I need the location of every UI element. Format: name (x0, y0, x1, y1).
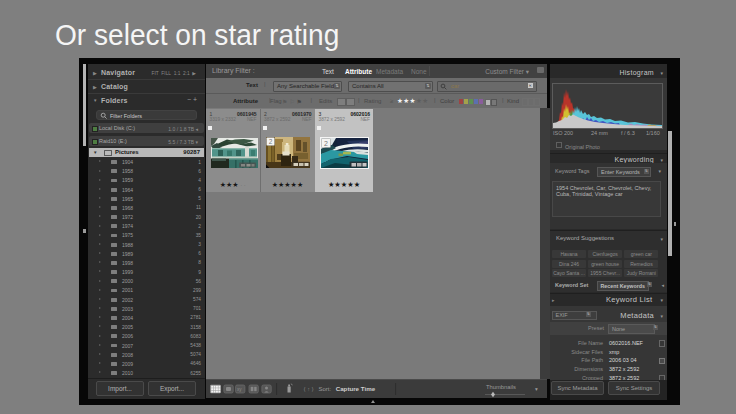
svg-text:2: 2 (268, 138, 272, 145)
svg-text:Sort:: Sort: (319, 386, 332, 392)
svg-text:xy: xy (237, 387, 242, 392)
svg-text:2: 2 (324, 139, 328, 146)
svg-text:⟨ ↑ ⟩: ⟨ ↑ ⟩ (304, 386, 314, 392)
svg-text:Thumbnails: Thumbnails (486, 384, 516, 390)
svg-text:▾: ▾ (535, 386, 538, 392)
svg-text:Capture Time: Capture Time (336, 385, 376, 392)
